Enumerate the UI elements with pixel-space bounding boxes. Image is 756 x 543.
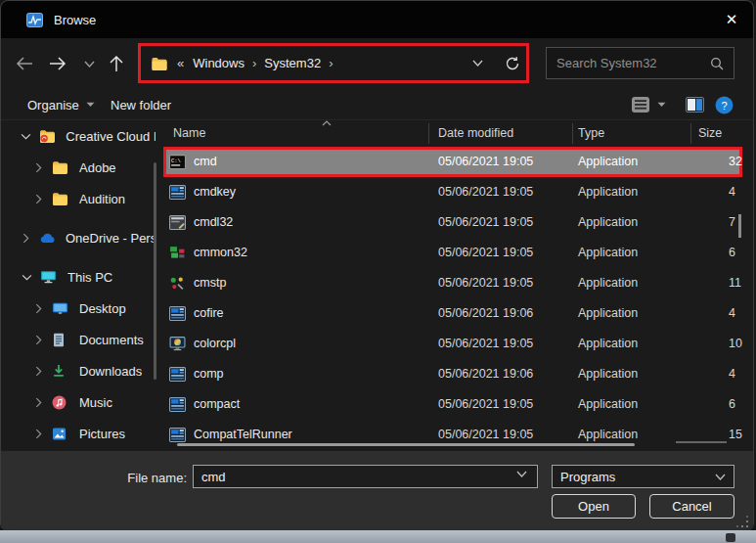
sidebar-scrollbar[interactable] xyxy=(154,162,156,380)
sidebar-item-adobe[interactable]: Adobe xyxy=(9,152,156,183)
app-file-icon xyxy=(169,306,186,321)
breadcrumb-separator[interactable]: › xyxy=(252,56,256,70)
backdrop-artifact xyxy=(726,533,735,542)
file-date-modified: 05/06/2021 19:06 xyxy=(438,306,533,320)
sidebar-item-documents[interactable]: Documents xyxy=(9,324,156,355)
onedrive-icon xyxy=(39,230,56,246)
chevron-down-icon[interactable] xyxy=(21,133,31,140)
chevron-right-icon[interactable] xyxy=(32,194,44,204)
forward-icon[interactable] xyxy=(44,50,71,77)
file-type: Application xyxy=(578,276,638,290)
sidebar-item-label: Creative Cloud F xyxy=(66,129,156,144)
address-dropdown-chevron-icon[interactable] xyxy=(472,60,483,67)
recent-locations-chevron-icon[interactable] xyxy=(75,50,103,77)
search-placeholder: Search System32 xyxy=(556,56,710,70)
file-type: Application xyxy=(578,306,638,320)
chevron-right-icon[interactable] xyxy=(32,397,44,408)
breadcrumb-separator[interactable]: › xyxy=(329,56,333,70)
column-header-size[interactable]: Size xyxy=(698,126,722,140)
sidebar-item-audition[interactable]: Audition xyxy=(9,183,156,214)
search-icon[interactable] xyxy=(710,57,724,70)
breadcrumb-overflow[interactable]: « xyxy=(177,56,185,70)
close-icon[interactable]: ✕ xyxy=(718,7,745,32)
sidebar-item-desktop[interactable]: Desktop xyxy=(9,293,156,324)
file-type: Application xyxy=(578,246,638,259)
file-row-cmstp[interactable]: cmstp05/06/2021 19:05Application11 xyxy=(163,268,753,298)
file-row-cmd[interactable]: C:\cmd05/06/2021 19:05Application32 xyxy=(163,147,742,177)
vertical-scrollbar[interactable] xyxy=(738,214,741,238)
cmdl32-file-icon xyxy=(169,215,186,230)
chevron-right-icon[interactable] xyxy=(32,429,44,439)
file-type: Application xyxy=(578,337,638,350)
chevron-down-icon[interactable] xyxy=(21,274,32,281)
horizontal-scrollbar-fragment[interactable] xyxy=(676,441,727,443)
file-row-compact[interactable]: compact05/06/2021 19:05Application6 xyxy=(163,389,753,420)
file-type: Application xyxy=(578,215,638,229)
colorcpl-file-icon xyxy=(169,337,186,351)
horizontal-scrollbar[interactable] xyxy=(177,443,635,446)
open-button[interactable]: Open xyxy=(552,494,636,519)
sidebar-item-label: Adobe xyxy=(79,160,116,175)
back-icon[interactable] xyxy=(11,50,38,77)
chevron-right-icon[interactable] xyxy=(32,303,44,314)
column-header-type[interactable]: Type xyxy=(578,126,604,140)
desktop-icon xyxy=(52,300,69,316)
file-name-input[interactable] xyxy=(193,465,538,488)
file-name: compact xyxy=(194,397,240,411)
file-row-cmdl32[interactable]: cmdl3205/06/2021 19:05Application7 xyxy=(163,207,753,238)
file-name: CompatTelRunner xyxy=(194,428,292,441)
breadcrumb-windows[interactable]: Windows xyxy=(193,56,245,70)
new-folder-button[interactable]: New folder xyxy=(111,89,171,120)
sidebar-item-downloads[interactable]: Downloads xyxy=(9,355,156,386)
command-bar: Organise New folder xyxy=(1,89,753,120)
sidebar-item-onedrive-perso[interactable]: OneDrive - Perso xyxy=(9,222,156,253)
folder-icon xyxy=(52,159,69,175)
file-row-comp[interactable]: comp05/06/2021 19:06Application4 xyxy=(163,359,753,389)
sidebar-item-creative-cloud-f[interactable]: Creative Cloud F xyxy=(9,120,156,152)
dialog-footer: File name: Programs Open Cancel xyxy=(1,451,753,530)
details-view-icon[interactable] xyxy=(631,89,650,120)
cancel-button[interactable]: Cancel xyxy=(649,494,734,519)
chevron-right-icon[interactable] xyxy=(32,162,44,173)
column-header-name[interactable]: Name xyxy=(173,126,205,140)
sidebar-item-this-pc[interactable]: This PC xyxy=(9,261,156,293)
file-row-cmdkey[interactable]: cmdkey05/06/2021 19:05Application4 xyxy=(163,177,753,207)
help-icon[interactable]: ? xyxy=(715,89,734,120)
sidebar-item-label: Music xyxy=(79,395,112,410)
file-type-select[interactable]: Programs xyxy=(552,465,734,488)
search-input[interactable]: Search System32 xyxy=(546,47,734,79)
sidebar-item-label: Downloads xyxy=(79,364,142,379)
file-row-colorcpl[interactable]: colorcpl05/06/2021 19:05Application10 xyxy=(163,329,753,359)
file-rows: C:\cmd05/06/2021 19:05Application32cmdke… xyxy=(163,147,753,451)
file-size: 6 xyxy=(729,246,735,259)
title-bar: Browse ✕ xyxy=(1,1,753,38)
column-headers: Name Date modified Type Size xyxy=(163,120,753,147)
sidebar-item-label: Desktop xyxy=(79,301,126,316)
sort-ascending-icon[interactable] xyxy=(322,120,332,126)
file-name: cmmon32 xyxy=(194,246,247,259)
address-bar[interactable]: « Windows › System32 › xyxy=(138,43,529,83)
sidebar-item-music[interactable]: Music xyxy=(9,386,156,418)
file-size: 4 xyxy=(729,367,735,381)
preview-pane-icon[interactable] xyxy=(686,89,704,120)
file-row-cmmon32[interactable]: cmmon3205/06/2021 19:05Application6 xyxy=(163,238,753,268)
column-header-date[interactable]: Date modified xyxy=(438,126,513,140)
up-icon[interactable] xyxy=(103,50,130,77)
file-name: cmdkey xyxy=(194,185,236,199)
resize-grip[interactable] xyxy=(736,516,748,527)
refresh-icon[interactable] xyxy=(505,56,520,71)
file-name: colorcpl xyxy=(194,337,236,350)
file-date-modified: 05/06/2021 19:05 xyxy=(438,246,533,259)
sidebar-item-label: Audition xyxy=(79,192,125,206)
chevron-right-icon[interactable] xyxy=(21,233,31,244)
chevron-right-icon[interactable] xyxy=(32,366,44,377)
file-row-cofire[interactable]: cofire05/06/2021 19:06Application4 xyxy=(163,298,753,329)
chevron-right-icon[interactable] xyxy=(32,335,44,345)
svg-text:?: ? xyxy=(721,99,727,111)
sidebar-item-pictures[interactable]: Pictures xyxy=(9,418,156,449)
breadcrumb-system32[interactable]: System32 xyxy=(264,56,321,70)
file-size: 6 xyxy=(729,397,735,411)
file-type-chevron-icon xyxy=(715,474,726,480)
view-options-caret-icon[interactable] xyxy=(657,89,666,120)
organise-button[interactable]: Organise xyxy=(27,89,95,120)
